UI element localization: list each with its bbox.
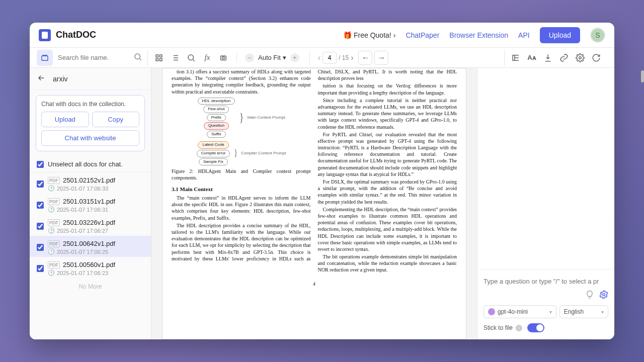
- chat-panel: gpt-4o-mini ▾ English ▾ Stick to file i: [477, 68, 614, 339]
- file-timestamp: 2025-01-07 17:06:25: [57, 249, 108, 255]
- browser-extension-link[interactable]: Browser Extension: [449, 31, 508, 39]
- lightbulb-icon[interactable]: [585, 290, 594, 301]
- doc-text: tion 3.1) offers a succinct summary of H…: [172, 68, 311, 95]
- model-label: gpt-4o-mini: [498, 308, 528, 315]
- stick-toggle[interactable]: [527, 323, 544, 332]
- zoom-mode-select[interactable]: Auto Fit ▾: [258, 54, 286, 61]
- svg-point-6: [188, 55, 194, 60]
- figure-box: Few-shot: [203, 106, 229, 113]
- file-name: 2501.00560v1.pdf: [63, 261, 115, 268]
- chevron-down-icon: ▾: [549, 309, 552, 315]
- figure-box: Prefix: [207, 114, 226, 122]
- file-name: 2501.03226v1.pdf: [63, 219, 115, 226]
- upload-button[interactable]: Upload: [540, 27, 580, 43]
- free-quota-link[interactable]: 🎁 Free Quota! ›: [343, 31, 395, 39]
- doc-text: Complementing the HDL description, the “…: [318, 206, 457, 252]
- file-timestamp: 2025-01-07 17:06:23: [57, 270, 108, 276]
- file-list[interactable]: PDF2501.02152v1.pdf🕑2025-01-07 17:06:33P…: [30, 172, 151, 339]
- chevron-down-icon: ▾: [601, 309, 604, 315]
- download-icon[interactable]: [540, 50, 556, 66]
- logo-icon: [39, 29, 51, 41]
- info-icon[interactable]: i: [516, 325, 522, 331]
- figure-box: Suffix: [207, 131, 226, 138]
- search-file-input[interactable]: [58, 54, 130, 61]
- grid-view-icon[interactable]: [151, 50, 167, 66]
- doc-text: For PyRTL and Chisel, our evaluation rev…: [318, 131, 457, 177]
- pdf-icon: PDF: [48, 261, 60, 268]
- clock-icon: 🕑: [48, 269, 55, 276]
- zoom-out-button[interactable]: −: [245, 53, 254, 62]
- sidebar: arxiv Chat with docs in the collection. …: [30, 68, 151, 339]
- back-arrow-icon[interactable]: [37, 73, 47, 84]
- chat-input-zone: gpt-4o-mini ▾ English ▾ Stick to file i: [477, 269, 614, 339]
- file-item[interactable]: PDF2501.00642v1.pdf🕑2025-01-07 17:06:25: [30, 236, 151, 257]
- text-tool-icon[interactable]: Aᴀ: [524, 50, 540, 66]
- fig-comp-brace-label: Compiler Context Prompt: [241, 151, 286, 156]
- link-icon[interactable]: [556, 50, 572, 66]
- language-select[interactable]: English ▾: [559, 305, 608, 318]
- figure-box: Sample Fix: [199, 158, 228, 166]
- page-next-icon[interactable]: ›: [351, 53, 353, 62]
- svg-point-10: [603, 294, 605, 296]
- file-item[interactable]: PDF2501.02152v1.pdf🕑2025-01-07 17:06:33: [30, 172, 151, 194]
- clock-icon: 🕑: [48, 248, 55, 255]
- file-checkbox[interactable]: [37, 223, 44, 230]
- list-view-icon[interactable]: [167, 50, 183, 66]
- svg-point-9: [579, 56, 582, 59]
- page-prev-icon[interactable]: ‹: [318, 53, 320, 62]
- gear-icon[interactable]: [599, 290, 608, 301]
- collection-icon[interactable]: [37, 50, 53, 66]
- upload-mini-button[interactable]: Upload: [41, 112, 89, 127]
- file-timestamp: 2025-01-07 17:06:33: [57, 186, 108, 192]
- doc-text: The bit operations example demonstrates …: [318, 253, 457, 274]
- model-select[interactable]: gpt-4o-mini ▾: [484, 305, 556, 318]
- figure-box: Latest Code: [198, 141, 228, 149]
- page-number-input[interactable]: [323, 52, 337, 64]
- doc-text: tuition is that focusing on the Verilog …: [318, 82, 457, 96]
- search-icon[interactable]: [133, 52, 142, 63]
- chatpaper-link[interactable]: ChatPaper: [406, 31, 439, 39]
- free-quota-label: Free Quota!: [354, 31, 391, 39]
- brand: ChatDOC: [56, 30, 96, 40]
- svg-rect-2: [156, 55, 158, 57]
- model-icon: [488, 308, 495, 315]
- file-item[interactable]: PDF2501.03151v1.pdf🕑2025-01-07 17:06:31: [30, 194, 151, 215]
- zoom-in-button[interactable]: +: [290, 53, 299, 62]
- no-more-label: No More: [30, 278, 151, 295]
- app-window: ChatDOC 🎁 Free Quota! › ChatPaper Browse…: [30, 23, 614, 339]
- history-forward-button[interactable]: →: [374, 51, 388, 65]
- document-viewer[interactable]: tion 3.1) offers a succinct summary of H…: [151, 68, 477, 339]
- settings-icon[interactable]: [572, 50, 588, 66]
- api-link[interactable]: API: [518, 31, 530, 39]
- file-checkbox[interactable]: [37, 244, 44, 251]
- file-item[interactable]: PDF2501.03226v1.pdf🕑2025-01-07 17:06:27: [30, 215, 151, 236]
- svg-rect-4: [156, 58, 158, 61]
- fig-main-brace-label: Main Context Prompt: [248, 115, 285, 121]
- collection-header: arxiv: [30, 68, 151, 90]
- clock-icon: 🕑: [48, 185, 55, 192]
- copy-mini-button[interactable]: Copy: [92, 112, 140, 127]
- language-label: English: [564, 308, 584, 315]
- file-checkbox[interactable]: [37, 180, 44, 188]
- file-timestamp: 2025-01-07 17:06:27: [57, 228, 108, 234]
- file-item[interactable]: PDF2501.00560v1.pdf🕑2025-01-07 17:06:23: [30, 257, 151, 278]
- history-back-button[interactable]: ←: [358, 51, 372, 65]
- unselect-row[interactable]: Unselect all docs for chat.: [30, 156, 151, 172]
- screenshot-icon[interactable]: [215, 50, 231, 66]
- formula-icon[interactable]: fx: [199, 50, 215, 66]
- file-name: 2501.03151v1.pdf: [63, 198, 115, 205]
- chat-card-message: Chat with docs in the collection.: [41, 101, 139, 108]
- avatar[interactable]: S: [590, 28, 605, 43]
- file-checkbox[interactable]: [37, 265, 44, 272]
- file-name: 2501.02152v1.pdf: [63, 176, 115, 184]
- unselect-checkbox[interactable]: [37, 161, 44, 168]
- clock-icon: 🕑: [48, 227, 55, 234]
- chat-question-input[interactable]: [484, 275, 608, 288]
- file-checkbox[interactable]: [37, 202, 44, 209]
- chat-with-website-button[interactable]: Chat with website: [41, 130, 139, 146]
- refresh-icon[interactable]: [588, 50, 604, 66]
- outline-icon[interactable]: [508, 50, 524, 66]
- chevron-down-icon: ▾: [283, 54, 286, 61]
- collection-name: arxiv: [53, 75, 68, 83]
- search-in-doc-icon[interactable]: [183, 50, 199, 66]
